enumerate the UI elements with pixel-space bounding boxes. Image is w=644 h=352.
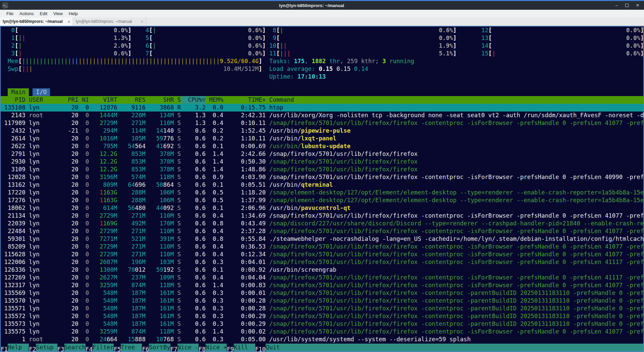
function-key-bar: F1Help F2Setup F3SearchF4FilterF5Tree F6… (1, 344, 643, 351)
cpu-meter-1: 1[||1.3%] (8, 34, 131, 42)
process-row[interactable]: 2614 lyn2001016M105M59776S0.60.21:10.11/… (1, 135, 643, 142)
uptime-line: Uptime: 17:10:13 (1, 73, 643, 81)
process-row[interactable]: 2791 lyn20012.2G853M378MS0.61.42:42.66/s… (1, 150, 643, 158)
process-row[interactable]: 59301 lyn2007271M521M391MS0.60.80:55.84.… (1, 235, 643, 243)
meter-tick: | (142, 57, 146, 65)
fkey-button-f8[interactable]: F8Nice + (199, 344, 227, 351)
fkey-button-f5[interactable]: F5Tree (114, 344, 142, 351)
meter-tick: | (22, 65, 25, 73)
process-row[interactable]: 2143 root2001444M220M134MS1.30.42:42.31/… (1, 112, 643, 119)
column-header-pri[interactable]: PRI (64, 96, 78, 104)
terminal-viewport[interactable]: 0[0.0%]4[|0.6%]8[|0.6%]12[0.0%]1[||1.3%]… (0, 26, 644, 352)
process-row[interactable]: 12028 lyn2003196M574M118MS0.60.94:03.90/… (1, 173, 643, 181)
menu-item-help[interactable]: Help (66, 10, 81, 17)
process-row[interactable]: 132317 lyn2003259M874M118MS0.61.40:00.83… (1, 281, 643, 289)
terminal-tab-1[interactable]: lyn@lyn-b850mprors: ~/manual × (0, 17, 73, 26)
cpu-meter-5: 5[0.0%] (142, 34, 266, 42)
column-header-shr[interactable]: SHR (146, 96, 174, 104)
menu-item-actions[interactable]: Actions (16, 10, 37, 17)
process-row[interactable]: 2622 lyn200795M5456441692S0.60.10:00.69/… (1, 142, 643, 150)
menu-item-edit[interactable]: Edit (37, 10, 50, 17)
cpu-meter-8: 8[|0.6%] (269, 27, 457, 34)
process-row[interactable]: 135108 lyn2001287691163868R3.20.00:15.75… (1, 104, 643, 112)
meter-tick: | (107, 57, 110, 65)
process-row[interactable]: 2432 lyn-210294M114M14140S0.60.21:52.45/… (1, 127, 643, 135)
fkey-label: Nice - (177, 344, 199, 351)
process-row[interactable]: 126336 lyn2001300M7801259192S0.60.10:00.… (1, 266, 643, 274)
fkey-button-f4[interactable]: F4Filter (86, 344, 114, 351)
meter-tick: | (50, 57, 54, 65)
cpu-meter-13: 13[0.0%] (481, 34, 644, 42)
meter-tick: | (100, 57, 103, 65)
meter-tick: | (184, 57, 188, 65)
process-row[interactable]: 2930 lyn20012.2G853M378MS0.61.40:50.30/s… (1, 158, 643, 166)
process-row[interactable]: 3109 lyn20012.2G853M378MS0.61.41:48.86/s… (1, 166, 643, 173)
tab-close-icon[interactable]: × (141, 19, 143, 24)
meter-tick: | (110, 57, 114, 65)
meter-tick: | (167, 57, 170, 65)
process-row[interactable]: 127269 lyn2002627M237M109MS0.60.40:04.04… (1, 274, 643, 281)
fkey-button-f9[interactable]: F9Kill (227, 344, 255, 351)
fkey-button-f6[interactable]: F6SortBy (142, 344, 170, 351)
cpu-meter-6: 6[|0.6%] (142, 42, 266, 50)
load-average: Load average: 0.15 0.15 0.14 (269, 65, 368, 73)
process-row[interactable]: 117989 lyn2002729M271M110MS1.30.40:10.11… (1, 119, 643, 127)
close-button[interactable]: × (636, 3, 639, 8)
column-header-command[interactable]: Command (266, 96, 643, 104)
column-header-cpu[interactable]: CPU%▽ (181, 96, 206, 104)
process-row[interactable]: 22484 lyn2002729M271M110MS0.60.42:37.28/… (1, 227, 643, 235)
fkey-button-f2[interactable]: F2Setup (29, 344, 57, 351)
tab-close-icon[interactable]: × (67, 19, 70, 24)
menu-item-view[interactable]: View (50, 10, 66, 17)
process-row[interactable]: 135570 lyn200548M187M161MS0.60.30:00.28/… (1, 297, 643, 305)
minimize-button[interactable]: − (615, 3, 618, 8)
process-row[interactable]: 21134 lyn2002729M271M110MS0.60.41:34.69/… (1, 212, 643, 220)
process-row[interactable]: 1 root200246641588810768S0.60.30:05.00/u… (1, 336, 643, 343)
meter-tick: | (18, 42, 22, 50)
column-header-pid[interactable]: PID (1, 96, 25, 104)
fkey-button-f1[interactable]: F1Help (1, 344, 29, 351)
process-row[interactable]: 122006 lyn2002607M196M103MS0.60.30:04.01… (1, 258, 643, 266)
process-row[interactable]: 18062 lyn200614M5648044092S0.60.12:06.96… (1, 204, 643, 212)
meter-tick: | (156, 57, 160, 65)
restore-button[interactable] (625, 4, 629, 7)
fkey-button-f7[interactable]: F7Nice - (170, 344, 199, 351)
menu-item-file[interactable]: File (3, 10, 16, 17)
column-header-res[interactable]: RES (117, 96, 146, 104)
process-row[interactable]: 135569 lyn200548M187M161MS0.60.30:00.01/… (1, 289, 643, 297)
fkey-key: F4 (86, 346, 93, 352)
process-row[interactable]: 17276 lyn2001163G288M106MS0.60.51:37.99/… (1, 196, 643, 204)
process-row[interactable]: 135573 lyn200548M187M161MS0.60.30:00.29/… (1, 320, 643, 328)
process-row[interactable]: 85209 lyn2002729M271M110MS0.60.40:36.53/… (1, 243, 643, 251)
meter-tick: | (47, 57, 50, 65)
process-row[interactable]: 17220 lyn2001163G288M106MS0.60.51:18.20/… (1, 189, 643, 196)
fkey-button-f3[interactable]: F3Search (57, 344, 86, 351)
meter-tick: | (71, 57, 75, 65)
process-row[interactable]: 115628 lyn2002729M271M110MS0.60.40:12.34… (1, 251, 643, 258)
process-row[interactable]: 13162 lyn200809M6469650864S0.60.10:05.51… (1, 181, 643, 189)
meter-tick: | (68, 57, 71, 65)
process-row[interactable]: 22039 lyn2001169G492M170MS0.60.80:43.49/… (1, 220, 643, 227)
process-row[interactable]: 135571 lyn200548M187M161MS0.60.30:00.28/… (1, 305, 643, 312)
column-header-ni[interactable]: NI (78, 96, 89, 104)
column-header-virt[interactable]: VIRT (89, 96, 117, 104)
column-header-s[interactable]: S (174, 96, 181, 104)
cpu-meter-2: 2[|2.0%] (8, 42, 131, 50)
column-header-user[interactable]: USER (29, 96, 64, 104)
meter-tick: | (280, 50, 283, 57)
terminal-tab-2[interactable]: lyn@lyn-b850mprors: ~/manual × (73, 17, 146, 26)
meter-tick: | (36, 57, 40, 65)
fkey-key: F6 (142, 346, 149, 352)
column-header-mem[interactable]: MEM% (206, 96, 223, 104)
process-row[interactable]: 135575 lyn2003259M874M118MS0.61.40:00.02… (1, 328, 643, 336)
terminal-app-icon: >_ (2, 3, 8, 8)
meter-tick: | (33, 57, 36, 65)
meter-tick: | (153, 27, 156, 34)
fkey-button-f10[interactable]: F10Quit (255, 344, 287, 351)
htop-tab-main[interactable]: Main (8, 88, 29, 96)
meter-tick: | (114, 57, 117, 65)
column-header-time[interactable]: TIME+ (223, 96, 266, 104)
meter-tick: | (131, 57, 135, 65)
process-row[interactable]: 135572 lyn200548M187M161MS0.60.30:00.29/… (1, 312, 643, 320)
htop-tab-io[interactable]: I/O (33, 88, 50, 96)
